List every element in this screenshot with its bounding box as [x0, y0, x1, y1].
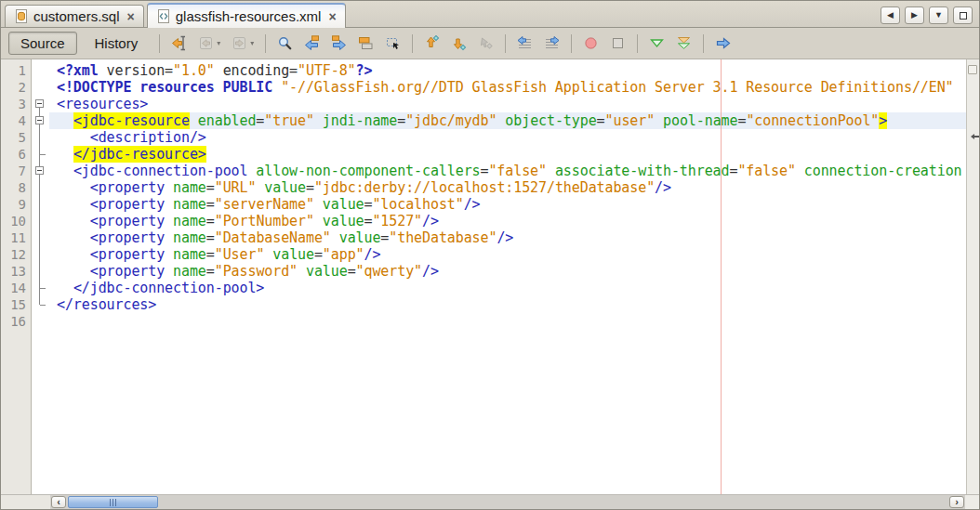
code-line[interactable]: <property name="PortNumber" value="1527"… [49, 213, 966, 229]
chevron-down-button[interactable] [645, 32, 669, 55]
code-line[interactable]: <property name="URL" value="jdbc:derby:/… [49, 179, 966, 196]
find-previous-button[interactable] [300, 32, 324, 55]
scroll-right-button[interactable]: › [949, 496, 964, 508]
maximize-window-button[interactable] [953, 7, 973, 24]
previous-bookmark-icon [424, 35, 440, 51]
dropdown-arrow-icon: ▾ [250, 39, 254, 47]
netbeans-editor-window: customers.sql × glassfish-resources.xml … [0, 0, 980, 510]
rectangular-selection-button[interactable] [381, 32, 404, 55]
line-number: 4 [1, 112, 31, 129]
code-folding-column [32, 59, 49, 494]
code-line[interactable]: <jdbc-connection-pool allow-non-componen… [49, 163, 966, 179]
toggle-bookmark-icon [478, 35, 494, 51]
back-button[interactable]: ▾ [194, 32, 224, 55]
caret-position-mark[interactable] [968, 134, 979, 139]
next-bookmark-icon [451, 35, 467, 51]
close-icon[interactable]: × [127, 10, 135, 23]
code-text-area[interactable]: <?xml version="1.0" encoding="UTF-8"?><!… [49, 59, 966, 494]
maximize-window-icon [960, 12, 967, 20]
scroll-left-button[interactable]: ‹ [51, 496, 66, 508]
line-number: 5 [1, 129, 31, 146]
editor-tab-bar: customers.sql × glassfish-resources.xml … [1, 1, 979, 28]
toolbar-icons: ▾▾ [153, 32, 736, 55]
shift-left-icon [517, 35, 533, 51]
close-icon[interactable]: × [328, 10, 336, 23]
next-bookmark-button[interactable] [447, 32, 470, 55]
fold-collapse-button[interactable] [35, 99, 44, 108]
line-number: 13 [1, 263, 31, 280]
tab-scroll-controls: ◀▶▼ [881, 7, 973, 24]
toggle-highlight-button[interactable] [354, 32, 377, 55]
toolbar-separator [159, 34, 160, 53]
error-stripe[interactable] [966, 59, 979, 494]
line-number-gutter: 12345678910111213141516 [1, 59, 32, 494]
code-line[interactable]: <jdbc-resource enabled="true" jndi-name=… [49, 112, 966, 129]
code-line[interactable]: </resources> [49, 296, 966, 313]
code-line[interactable]: <property name="DatabaseName" value="the… [49, 229, 966, 246]
double-chevron-down-icon [676, 35, 692, 51]
show-opened-documents-button[interactable]: ▼ [929, 7, 948, 24]
tab-customers-sql[interactable]: customers.sql × [5, 5, 144, 27]
tab-label: glassfish-resources.xml [176, 8, 322, 24]
history-view-button[interactable]: History [83, 31, 151, 56]
editor-toolbar: Source History ▾▾ [1, 28, 979, 59]
toggle-bookmark-button[interactable] [474, 32, 497, 55]
code-line[interactable]: <property name="User" value="app"/> [49, 246, 966, 263]
source-view-button[interactable]: Source [8, 32, 77, 55]
code-line[interactable]: </jdbc-connection-pool> [49, 280, 966, 296]
line-number: 9 [1, 196, 31, 213]
line-number: 3 [1, 96, 31, 112]
start-macro-recording-icon [583, 35, 599, 51]
chevron-down-icon [649, 35, 665, 51]
find-selection-button[interactable] [273, 32, 297, 55]
fold-collapse-button[interactable] [35, 166, 44, 175]
scrollbar-thumb[interactable] [68, 496, 158, 508]
show-opened-documents-icon: ▼ [934, 11, 943, 20]
shift-left-button[interactable] [513, 32, 536, 55]
tab-glassfish-resources-xml[interactable]: glassfish-resources.xml × [147, 3, 346, 28]
toolbar-separator [265, 34, 266, 53]
line-number: 1 [1, 62, 31, 79]
scrollbar-track[interactable] [67, 495, 948, 509]
code-line[interactable]: <property name="serverName" value="local… [49, 196, 966, 213]
line-number: 11 [1, 229, 31, 246]
fold-end-mark [40, 154, 46, 155]
toolbar-separator [412, 34, 413, 53]
previous-bookmark-button[interactable] [420, 32, 444, 55]
forward-button[interactable]: ▾ [228, 32, 258, 55]
jump-last-edit-button[interactable] [167, 32, 191, 55]
scroll-tabs-right-button[interactable]: ▶ [905, 7, 924, 24]
scrollbar-grip-icon [110, 499, 117, 506]
scroll-tabs-left-button[interactable]: ◀ [881, 7, 900, 24]
scroll-left-arrow-icon: ‹ [57, 497, 60, 507]
arrow-right-icon [715, 35, 731, 51]
arrow-right-button[interactable] [711, 32, 735, 55]
fold-end-mark [40, 288, 46, 289]
start-macro-recording-button[interactable] [579, 32, 603, 55]
code-line[interactable]: <description/> [49, 129, 966, 146]
horizontal-scrollbar[interactable]: ‹ › [1, 494, 979, 509]
double-chevron-down-button[interactable] [672, 32, 695, 55]
tab-label: customers.sql [33, 8, 120, 24]
scroll-right-arrow-icon: › [955, 497, 959, 507]
code-line[interactable]: <resources> [49, 96, 966, 112]
toolbar-separator [703, 34, 704, 53]
code-line[interactable]: <property name="Password" value="qwerty"… [49, 263, 966, 280]
line-number: 16 [1, 313, 31, 330]
fold-collapse-button[interactable] [35, 116, 44, 124]
stop-macro-recording-button[interactable] [606, 32, 629, 55]
code-line[interactable]: <!DOCTYPE resources PUBLIC "-//GlassFish… [49, 79, 966, 96]
code-line[interactable]: </jdbc-resource> [49, 146, 966, 163]
xml-file-icon [156, 9, 171, 24]
line-number: 2 [1, 79, 31, 96]
stop-macro-recording-icon [610, 35, 626, 51]
shift-right-button[interactable] [540, 32, 563, 55]
fold-guide-line [39, 104, 40, 305]
toolbar-separator [571, 34, 572, 53]
find-next-button[interactable] [327, 32, 351, 55]
code-line[interactable]: <?xml version="1.0" encoding="UTF-8"?> [49, 62, 966, 79]
toolbar-separator [637, 34, 638, 53]
code-line[interactable] [49, 313, 966, 330]
find-next-icon [331, 35, 347, 51]
code-editor[interactable]: 12345678910111213141516 <?xml version="1… [1, 59, 979, 494]
